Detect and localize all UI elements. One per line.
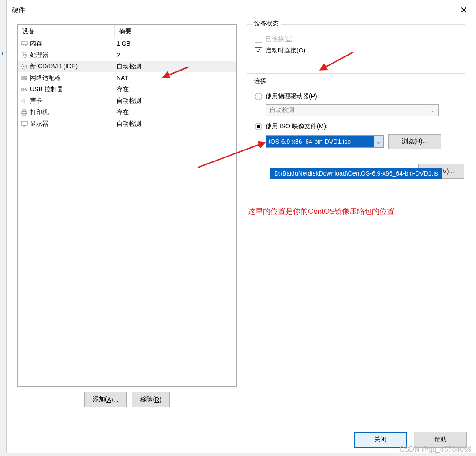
device-name: 网络适配器 [30,74,61,82]
svg-rect-0 [21,42,27,45]
device-name: 处理器 [30,51,49,59]
device-row[interactable]: 声卡自动检测 [18,95,236,107]
chevron-down-icon[interactable]: ⌄ [374,136,383,147]
iso-label: 使用 ISO 映像文件(M): [266,123,328,131]
device-summary: 自动检测 [115,63,236,71]
usb-icon [20,86,28,93]
col-summary: 摘要 [115,25,236,38]
iso-path-combo[interactable]: tOS-6.9-x86_64-bin-DVD1.iso ⌄ [266,135,384,148]
device-summary: 自动检测 [115,120,236,128]
svg-rect-10 [23,78,26,79]
hardware-dialog: 硬件 ✕ 设备 摘要 内存1 GB处理器2新 CD/DVD (IDE)自动检测网… [6,0,476,453]
connection-group: 连接 使用物理驱动器(P): 自动检测 ⌄ 使用 ISO 映 [247,82,465,151]
device-list-pane: 设备 摘要 内存1 GB处理器2新 CD/DVD (IDE)自动检测网络适配器N… [17,24,237,427]
chevron-down-icon: ⌄ [429,107,435,114]
close-icon[interactable]: ✕ [457,4,470,17]
svg-rect-5 [22,53,26,57]
device-row[interactable]: 显示器自动检测 [18,118,236,130]
physical-drive-radio[interactable] [255,93,262,100]
settings-pane: 设备状态 已连接(C) 启动时连接(O) 连接 [247,24,465,427]
connect-on-power-checkbox[interactable] [255,47,262,54]
nic-icon [20,75,28,82]
iso-path-value: tOS-6.9-x86_64-bin-DVD1.iso [266,136,374,147]
browse-button[interactable]: 浏览(B)... [388,134,441,149]
device-summary: 2 [115,52,236,59]
device-row[interactable]: USB 控制器存在 [18,84,236,95]
device-summary: NAT [115,75,236,82]
connected-label: 已连接(C) [266,35,292,43]
annotation-text: 这里的位置是你的CentOS镜像压缩包的位置 [248,206,394,217]
svg-rect-18 [21,121,27,125]
background-tab-sliver: 6 [0,43,6,64]
svg-rect-14 [26,90,27,91]
svg-rect-6 [23,54,25,56]
device-row[interactable]: 新 CD/DVD (IDE)自动检测 [18,61,236,72]
cpu-icon [20,52,28,59]
device-name: 内存 [30,40,42,48]
device-state-group: 设备状态 已连接(C) 启动时连接(O) [247,24,465,74]
device-row[interactable]: 处理器2 [18,49,236,61]
svg-point-8 [24,66,25,67]
device-row[interactable]: 打印机存在 [18,107,236,118]
device-state-legend: 设备状态 [252,20,281,28]
physical-drive-dropdown: 自动检测 ⌄ [266,104,439,116]
device-summary: 存在 [115,86,236,93]
device-name: 新 CD/DVD (IDE) [30,63,78,71]
close-button[interactable]: 关闭 [354,432,407,448]
device-list[interactable]: 设备 摘要 内存1 GB处理器2新 CD/DVD (IDE)自动检测网络适配器N… [17,24,237,387]
memory-icon [20,40,28,47]
col-device: 设备 [18,25,115,38]
iso-radio[interactable] [255,123,262,130]
remove-button[interactable]: 移除(R) [132,392,169,407]
connect-on-power-label: 启动时连接(O) [266,47,305,55]
device-summary: 自动检测 [115,97,236,105]
svg-rect-16 [23,110,26,112]
device-name: 显示器 [30,120,49,128]
sound-icon [20,97,28,105]
printer-icon [20,109,28,116]
iso-path-dropdown-item[interactable]: D:\BaiduNetdiskDownload\CentOS-6.9-x86_6… [270,168,442,179]
add-button[interactable]: 添加(A)... [84,392,127,407]
svg-rect-11 [22,88,23,91]
device-name: USB 控制器 [30,86,63,93]
physical-drive-label: 使用物理驱动器(P): [266,93,319,101]
connection-legend: 连接 [252,77,268,85]
title-bar: 硬件 ✕ [7,0,476,20]
cd-icon [20,63,28,70]
display-icon [20,120,28,127]
svg-rect-9 [22,76,27,80]
watermark: CSDN @qq_45784099 [399,445,472,453]
connected-checkbox [255,36,262,43]
device-name: 声卡 [30,97,42,105]
device-list-header: 设备 摘要 [18,25,236,38]
device-row[interactable]: 网络适配器NAT [18,72,236,84]
device-summary: 存在 [115,108,236,116]
window-title: 硬件 [12,6,25,15]
svg-point-13 [25,88,26,89]
device-name: 打印机 [30,108,49,116]
svg-point-7 [22,64,27,69]
device-row[interactable]: 内存1 GB [18,38,236,49]
device-summary: 1 GB [115,40,236,47]
